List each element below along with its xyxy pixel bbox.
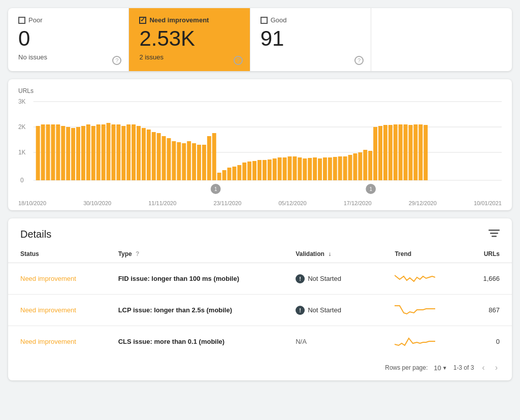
svg-rect-78 [388, 125, 393, 180]
svg-rect-72 [358, 152, 362, 180]
svg-rect-36 [177, 142, 181, 180]
not-started-icon-2: ! [296, 306, 305, 315]
pagination-row: Rows per page: 10 ▼ 1-3 of 3 ‹ › [8, 357, 512, 380]
x-label-0: 18/10/2020 [18, 200, 46, 206]
table-row: Need improvement LCP issue: longer than … [8, 295, 512, 326]
svg-rect-11 [51, 124, 55, 180]
row2-urls: 867 [462, 295, 512, 326]
svg-rect-47 [232, 167, 236, 180]
sort-down-icon: ↓ [328, 250, 331, 257]
x-label-7: 10/01/2021 [474, 200, 502, 206]
svg-rect-69 [343, 156, 347, 180]
svg-rect-9 [41, 124, 45, 180]
cls-sparkline [395, 333, 435, 348]
svg-rect-12 [56, 124, 60, 180]
svg-rect-54 [268, 159, 272, 180]
svg-rect-52 [257, 160, 262, 180]
svg-rect-53 [263, 160, 267, 180]
row1-trend [382, 263, 462, 295]
svg-rect-84 [418, 124, 422, 180]
row3-urls: 0 [462, 326, 512, 358]
svg-rect-59 [292, 156, 297, 180]
svg-rect-92 [492, 236, 497, 237]
need-improvement-label: Need improvement [139, 16, 239, 24]
svg-rect-64 [318, 158, 322, 180]
poor-label: Poor [18, 16, 118, 24]
svg-text:3K: 3K [18, 98, 26, 105]
svg-rect-80 [399, 124, 403, 180]
svg-rect-35 [172, 141, 176, 180]
rows-value: 10 [434, 364, 441, 372]
svg-rect-34 [167, 138, 171, 180]
prev-page-button[interactable]: ‹ [480, 362, 486, 373]
poor-segment: Poor 0 No issues ? [8, 8, 129, 71]
need-improvement-label-text: Need improvement [149, 16, 209, 24]
svg-rect-30 [147, 130, 151, 180]
rows-dropdown[interactable]: 10 ▼ [434, 364, 447, 372]
svg-rect-18 [86, 124, 90, 180]
svg-rect-61 [303, 158, 307, 180]
svg-rect-10 [46, 124, 50, 180]
svg-rect-31 [152, 132, 156, 180]
x-label-4: 05/12/2020 [279, 200, 307, 206]
svg-rect-39 [192, 143, 196, 180]
svg-rect-58 [288, 156, 292, 180]
x-label-6: 29/12/2020 [409, 200, 437, 206]
row3-status: Need improvement [8, 326, 106, 358]
svg-rect-90 [489, 230, 500, 231]
filter-icon[interactable] [489, 229, 500, 240]
svg-rect-38 [187, 141, 191, 180]
row2-type: LCP issue: longer than 2.5s (mobile) [106, 295, 284, 326]
page-info: 1-3 of 3 [453, 364, 474, 371]
need-improvement-checkbox [139, 17, 146, 24]
poor-label-text: Poor [28, 16, 42, 24]
good-help-icon[interactable]: ? [354, 56, 364, 65]
svg-rect-65 [323, 157, 327, 180]
svg-rect-29 [142, 128, 146, 180]
svg-rect-91 [490, 233, 498, 234]
row3-validation: N/A [283, 326, 382, 358]
chart-area: 3K 2K 1K 0 [18, 96, 502, 198]
svg-rect-71 [353, 153, 357, 180]
row3-type: CLS issue: more than 0.1 (mobile) [106, 326, 284, 358]
col-validation[interactable]: Validation ↓ [283, 245, 382, 263]
svg-rect-76 [378, 126, 382, 180]
svg-rect-17 [81, 126, 85, 180]
svg-rect-14 [66, 127, 70, 180]
x-label-2: 11/11/2020 [148, 200, 176, 206]
poor-help-icon[interactable]: ? [112, 56, 121, 65]
details-card: Details Status Type ? Validation ↓ [8, 218, 512, 380]
good-label-text: Good [271, 16, 287, 24]
good-checkbox [261, 17, 268, 24]
x-label-5: 17/12/2020 [344, 200, 372, 206]
next-page-button[interactable]: › [493, 362, 500, 373]
svg-rect-19 [91, 126, 95, 180]
svg-rect-85 [424, 125, 428, 180]
details-title: Details [20, 229, 51, 240]
svg-rect-74 [368, 151, 372, 180]
col-status: Status [8, 245, 106, 263]
svg-rect-24 [116, 124, 120, 180]
svg-text:0: 0 [20, 177, 24, 184]
svg-rect-40 [197, 145, 201, 180]
svg-rect-62 [308, 158, 312, 180]
need-improvement-help-icon[interactable]: ? [234, 56, 243, 65]
details-header: Details [8, 218, 512, 245]
svg-rect-44 [217, 173, 221, 180]
svg-rect-22 [107, 123, 111, 180]
type-help-icon[interactable]: ? [136, 250, 139, 257]
chart-svg: 3K 2K 1K 0 [18, 96, 502, 198]
svg-rect-8 [36, 126, 40, 180]
svg-rect-66 [328, 157, 332, 180]
svg-rect-73 [363, 150, 367, 180]
svg-rect-41 [202, 145, 206, 180]
rows-per-page: Rows per page: [385, 364, 428, 371]
empty-segment [371, 8, 512, 71]
svg-rect-56 [278, 157, 282, 180]
svg-rect-23 [111, 124, 115, 180]
svg-rect-13 [61, 126, 65, 180]
svg-rect-16 [76, 127, 80, 180]
x-label-3: 23/11/2020 [213, 200, 241, 206]
row2-status: Need improvement [8, 295, 106, 326]
x-label-1: 30/10/2020 [83, 200, 111, 206]
